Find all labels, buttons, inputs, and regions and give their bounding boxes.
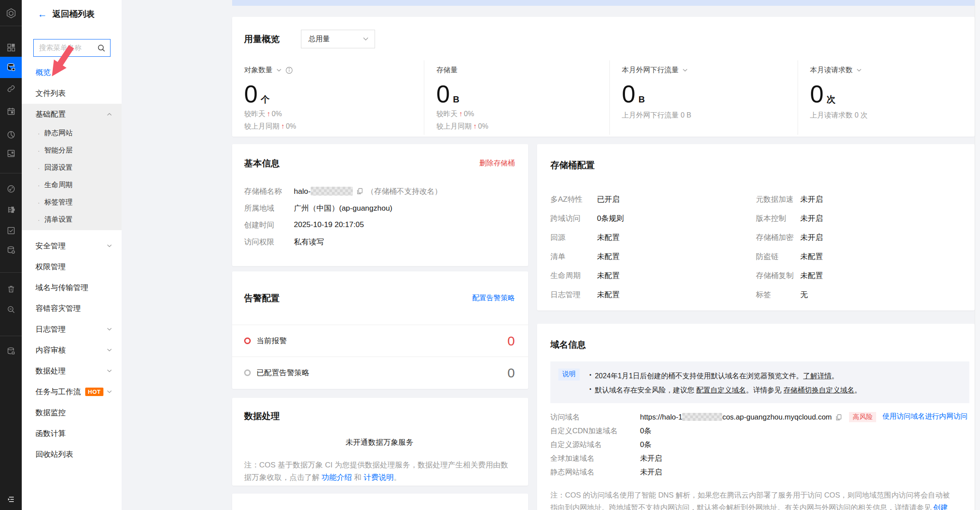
data-processing-note: 注：COS 基于数据万象 CI 为您提供数据处理服务，数据处理产生相关费用由数据… bbox=[244, 459, 515, 484]
sidebar-item-permissions[interactable]: 权限管理 bbox=[22, 256, 122, 277]
trash-icon[interactable] bbox=[0, 281, 22, 297]
flow-tree-icon[interactable] bbox=[0, 202, 22, 218]
sidebar-item-intelligent-tiering[interactable]: ·智能分层 bbox=[22, 142, 122, 159]
monitor-box-icon[interactable] bbox=[0, 145, 22, 161]
storage-bucket-active-icon[interactable] bbox=[0, 57, 22, 78]
config-row-multi-az: 多AZ特性已开启 bbox=[550, 190, 756, 209]
dashboard-grid-icon[interactable] bbox=[0, 39, 22, 55]
current-alarms-count: 0 bbox=[507, 333, 515, 349]
info-icon[interactable] bbox=[285, 67, 293, 74]
collapse-menu-icon[interactable] bbox=[0, 491, 22, 507]
chevron-down-icon bbox=[107, 349, 112, 352]
redacted-bucket-name bbox=[311, 187, 353, 196]
redacted-domain-part bbox=[682, 413, 722, 421]
high-risk-badge: 高风险 bbox=[849, 412, 876, 422]
bullet-dot: · bbox=[38, 216, 40, 224]
up-arrow-icon: ↑ bbox=[280, 122, 286, 130]
sidebar-item-fault-tolerance[interactable]: 容错容灾管理 bbox=[22, 298, 122, 319]
access-domain-row: 访问域名 https://halo-1cos.ap-guangzhou.myqc… bbox=[550, 410, 975, 424]
custom-domain-link[interactable]: 配置自定义域名 bbox=[696, 386, 746, 394]
sidebar-item-overview[interactable]: 概览 bbox=[22, 62, 122, 83]
configure-alarm-policy-link[interactable]: 配置告警策略 bbox=[472, 294, 515, 303]
copy-icon[interactable] bbox=[835, 414, 842, 421]
zoom-search-icon[interactable] bbox=[0, 302, 22, 318]
usage-overview-card: 用量概览 总用量 对象数量 0个 较昨天↑0% 较上月同期↑0% 存储量 0B … bbox=[232, 17, 975, 137]
pie-chart-icon[interactable] bbox=[0, 127, 22, 143]
sidebar-item-file-list[interactable]: 文件列表 bbox=[22, 83, 122, 104]
stat-object-count: 对象数量 0个 较昨天↑0% 较上月同期↑0% bbox=[232, 60, 424, 135]
task-check-icon[interactable] bbox=[0, 223, 22, 239]
tool-globe-icon[interactable] bbox=[0, 181, 22, 197]
config-row-cors: 跨域访问0条规则 bbox=[550, 209, 756, 228]
bullet-dot: · bbox=[38, 182, 40, 189]
learn-more-link[interactable]: 了解详情 bbox=[803, 372, 832, 380]
rail-divider bbox=[0, 336, 22, 336]
feature-intro-link[interactable]: 功能介绍 bbox=[322, 473, 352, 482]
stat-storage: 存储量 0B 较昨天↑0% 较上月同期↑0% bbox=[424, 60, 609, 135]
sidebar-item-content-audit[interactable]: 内容审核 bbox=[22, 340, 122, 361]
config-row-inventory: 清单未配置 bbox=[550, 247, 756, 266]
left-icon-rail bbox=[0, 0, 22, 510]
rail-divider bbox=[0, 272, 22, 273]
sidebar-item-log-management[interactable]: 日志管理 bbox=[22, 319, 122, 340]
billing-doc-link[interactable]: 计费说明 bbox=[364, 473, 394, 482]
sidebar-item-origin-pull[interactable]: ·回源设置 bbox=[22, 159, 122, 177]
configured-policies-count: 0 bbox=[507, 365, 515, 381]
sidebar-item-domain-transfer[interactable]: 域名与传输管理 bbox=[22, 277, 122, 298]
sidebar-item-tasks-workflow[interactable]: 任务与工作流 HOT bbox=[22, 381, 122, 402]
sidebar-item-basic-config[interactable]: 基础配置 bbox=[22, 104, 122, 125]
sidebar-item-data-processing[interactable]: 数据处理 bbox=[22, 361, 122, 381]
copy-icon[interactable] bbox=[356, 188, 363, 195]
notice-bullet-1: 2024年1月1日后创建的桶不支持使用默认域名在浏览器预览文件。了解详情。 bbox=[589, 369, 861, 383]
database-recycle-icon[interactable] bbox=[0, 343, 22, 359]
alarm-ring-icon bbox=[244, 337, 251, 344]
rail-divider bbox=[0, 173, 22, 173]
delete-bucket-link[interactable]: 删除存储桶 bbox=[479, 159, 515, 168]
search-icon[interactable] bbox=[97, 44, 106, 52]
sidebar-item-scf[interactable]: 函数计算 bbox=[22, 423, 122, 444]
sidebar-item-security[interactable]: 安全管理 bbox=[22, 235, 122, 256]
sidebar-item-tag-management[interactable]: ·标签管理 bbox=[22, 194, 122, 211]
switch-custom-domain-link[interactable]: 存储桶切换自定义域名 bbox=[783, 386, 854, 394]
config-row-metadata-accel: 元数据加速未开启 bbox=[756, 190, 961, 209]
basic-info-card: 基本信息 删除存储桶 存储桶名称 halo-（存储桶不支持改名） 所属地域 广州… bbox=[232, 144, 528, 266]
bucket-config-title: 存储桶配置 bbox=[550, 159, 961, 171]
chevron-down-icon[interactable] bbox=[277, 69, 281, 72]
global-accel-row: 全球加速域名未开启 bbox=[550, 451, 975, 465]
menu-search-input[interactable] bbox=[39, 44, 97, 52]
sidebar-item-data-monitoring[interactable]: 数据监控 bbox=[22, 402, 122, 423]
sidebar-item-static-website[interactable]: ·静态网站 bbox=[22, 125, 122, 142]
usage-range-select[interactable]: 总用量 bbox=[301, 30, 375, 48]
sidebar-item-inventory[interactable]: ·清单设置 bbox=[22, 211, 122, 228]
basic-info-title: 基本信息 bbox=[244, 157, 280, 169]
bullet-dot: · bbox=[38, 147, 40, 154]
product-logo-icon[interactable] bbox=[0, 5, 22, 21]
config-row-versioning: 版本控制未开启 bbox=[756, 209, 961, 228]
alarm-title: 告警配置 bbox=[244, 292, 280, 304]
back-to-bucket-list[interactable]: ← 返回桶列表 bbox=[22, 0, 122, 28]
database-gear-icon[interactable] bbox=[0, 242, 22, 258]
sidebar-item-lifecycle[interactable]: ·生命周期 bbox=[22, 177, 122, 194]
config-row-origin-pull: 回源未配置 bbox=[550, 228, 756, 247]
stat-value: 0 bbox=[436, 82, 450, 106]
link-icon[interactable] bbox=[0, 81, 22, 97]
stat-traffic: 本月外网下行流量 0B 上月外网下行流量 0 B bbox=[609, 60, 798, 135]
acl-row: 访问权限 私有读写 bbox=[244, 233, 515, 250]
chevron-down-icon[interactable] bbox=[857, 69, 861, 72]
stat-value: 0 bbox=[244, 82, 258, 106]
chevron-down-icon[interactable] bbox=[683, 69, 688, 72]
sidebar-item-recycle-bin[interactable]: 回收站列表 bbox=[22, 444, 122, 465]
created-row: 创建时间 2025-10-19 20:17:05 bbox=[244, 216, 515, 233]
config-row-logging: 日志管理未配置 bbox=[550, 285, 756, 304]
origin-domain-row: 自定义源站域名0条 bbox=[550, 438, 975, 451]
calendar-icon[interactable] bbox=[0, 103, 22, 119]
config-row-hotlink: 防盗链未配置 bbox=[756, 247, 961, 266]
intranet-access-link[interactable]: 使用访问域名进行内网访问 bbox=[882, 412, 968, 421]
scrollbar-track[interactable] bbox=[975, 0, 980, 510]
config-row-encryption: 存储桶加密未开启 bbox=[756, 228, 961, 247]
stat-value: 0 bbox=[622, 82, 636, 106]
rail-divider bbox=[0, 26, 22, 26]
domain-info-card: 域名信息 说明 2024年1月1日后创建的桶不支持使用默认域名在浏览器预览文件。… bbox=[537, 324, 975, 510]
data-processing-card: 数据处理 未开通数据万象服务 注：COS 基于数据万象 CI 为您提供数据处理服… bbox=[232, 398, 528, 486]
back-label: 返回桶列表 bbox=[52, 8, 95, 20]
